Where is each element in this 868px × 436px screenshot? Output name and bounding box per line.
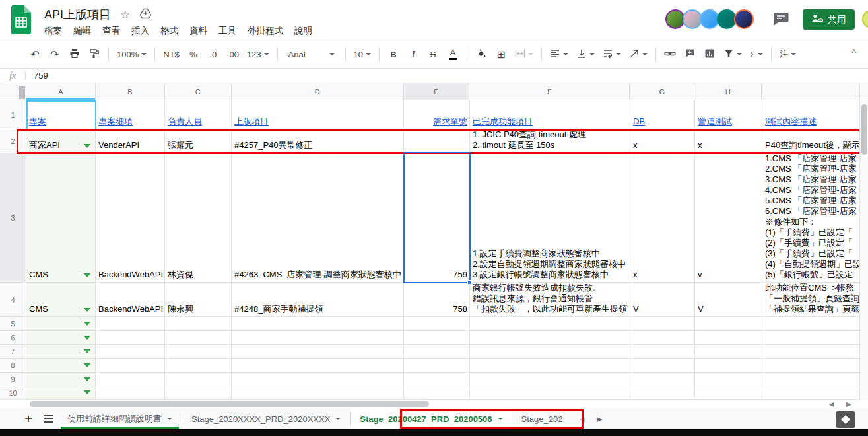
cell-D7[interactable] [232, 345, 404, 359]
cell-G9[interactable] [630, 373, 695, 386]
cell-I5[interactable] [762, 317, 859, 331]
sheet-tab-2[interactable]: Stage_20200427_PRD_20200506 [351, 408, 512, 429]
star-icon[interactable]: ☆ [120, 9, 130, 20]
menu-item-6[interactable]: 工具 [218, 25, 236, 37]
menu-item-1[interactable]: 編輯 [73, 25, 91, 37]
input-tools-button[interactable]: 注 [777, 45, 799, 63]
text-rotation-button[interactable] [626, 45, 650, 63]
row-header-4[interactable]: 4 [0, 283, 26, 317]
row-header-10[interactable]: 10 [0, 386, 26, 400]
menu-item-2[interactable]: 查看 [102, 25, 120, 37]
cell-E10[interactable] [404, 386, 470, 400]
cell-A9[interactable] [26, 373, 96, 386]
vertical-scrollbar-thumb[interactable] [861, 104, 867, 155]
all-sheets-button[interactable] [38, 408, 58, 429]
cell-B3[interactable]: BackendWebAPI [96, 153, 165, 283]
cell-dropdown-icon[interactable] [84, 390, 90, 394]
column-header-h[interactable]: H [694, 83, 762, 100]
cell-E4[interactable]: 758 [404, 283, 470, 317]
cell-B6[interactable] [96, 331, 165, 345]
scroll-left-icon[interactable]: ◀ [829, 400, 834, 408]
column-header-a[interactable]: A [26, 83, 96, 100]
row-header-3[interactable]: 3 [0, 153, 26, 283]
account-avatar[interactable] [862, 10, 868, 28]
font-select[interactable]: Arial [283, 45, 340, 63]
cell-F10[interactable] [470, 386, 630, 400]
document-title[interactable]: API上版項目 [44, 7, 111, 22]
cell-E2[interactable] [404, 129, 470, 153]
cell-I6[interactable] [762, 331, 859, 345]
cell-E6[interactable] [404, 331, 470, 345]
currency-format-button[interactable]: NT$ [160, 45, 182, 63]
cell-E9[interactable] [404, 373, 470, 386]
strikethrough-button[interactable]: S [424, 45, 442, 63]
next-sheets-icon[interactable]: ▶ [597, 415, 602, 423]
menu-item-7[interactable]: 外掛程式 [248, 25, 283, 37]
cell-A2[interactable]: 商家API [26, 129, 96, 153]
collaborator-5-avatar[interactable] [734, 9, 754, 29]
column-header-d[interactable]: D [232, 83, 404, 100]
cell-I2[interactable]: P40查詢timeout後，顯示 [762, 129, 859, 153]
row-header-9[interactable]: 9 [0, 373, 26, 386]
cell-I9[interactable] [762, 373, 859, 386]
horizontal-scrollbar[interactable]: ◀ ▶ [0, 400, 868, 408]
cell-D4[interactable]: #4248_商家手動補提領 [232, 283, 404, 317]
tab-menu-icon[interactable] [498, 418, 503, 420]
cell-A7[interactable] [26, 345, 96, 359]
cell-H3[interactable]: v [695, 153, 762, 283]
formula-bar[interactable]: fx 759 [0, 69, 868, 83]
cell-B4[interactable]: BackendWebAPI [96, 283, 165, 317]
fill-handle[interactable] [467, 280, 472, 285]
merge-cells-button[interactable] [512, 45, 536, 63]
cell-F3[interactable]: 1.設定手續費調整商家狀態審核中 2.設定自動提領週期調整商家狀態審核中 3.設… [470, 153, 630, 283]
formula-bar-value[interactable]: 759 [34, 71, 48, 81]
cell-G4[interactable]: V [630, 283, 695, 317]
comments-button[interactable] [772, 11, 789, 30]
cell-C8[interactable] [165, 359, 232, 373]
cell-I3[interactable]: 1.CMS 「店家管理-店家 2.CMS 「店家管理-店家 3.CMS 「店家管… [762, 153, 859, 283]
cell-G7[interactable] [630, 345, 695, 359]
fill-color-button[interactable] [473, 45, 490, 63]
horizontal-scrollbar-thumb[interactable] [30, 401, 429, 407]
zoom-select[interactable]: 100% [114, 45, 149, 63]
font-size-select[interactable]: 10 [351, 45, 374, 63]
cell-A6[interactable] [26, 331, 96, 345]
cell-H10[interactable] [695, 386, 762, 400]
cell-F2[interactable]: 1. JCIC P40查詢 timeout 處理 2. timout 延長至 1… [470, 129, 630, 153]
cell-D1[interactable]: 上版項目 [232, 100, 404, 129]
print-button[interactable] [66, 45, 83, 63]
row-header-8[interactable]: 8 [0, 359, 26, 373]
cell-E8[interactable] [404, 359, 470, 373]
vertical-align-button[interactable] [574, 45, 597, 63]
text-wrap-button[interactable] [600, 45, 624, 63]
cell-H4[interactable]: V [695, 283, 762, 317]
cell-C2[interactable]: 張耀元 [165, 129, 232, 153]
cell-H6[interactable] [695, 331, 762, 345]
row-header-5[interactable]: 5 [0, 317, 26, 331]
sheet-tab-1[interactable]: Stage_2020XXXX_PRD_2020XXXX [182, 408, 350, 429]
column-header-g[interactable]: G [630, 83, 694, 100]
cell-G3[interactable]: x [630, 153, 695, 283]
column-header-b[interactable]: B [96, 83, 165, 100]
cell-F8[interactable] [470, 359, 630, 373]
menu-item-3[interactable]: 插入 [131, 25, 149, 37]
cell-F1[interactable]: 已完成功能項目 [470, 100, 630, 129]
add-to-drive-icon[interactable] [139, 8, 152, 21]
cell-dropdown-icon[interactable] [84, 377, 90, 381]
cell-A3[interactable]: CMS [26, 153, 96, 283]
cell-C6[interactable] [165, 331, 232, 345]
share-button[interactable]: 共用 [803, 9, 855, 30]
cell-F5[interactable] [470, 317, 630, 331]
cell-D5[interactable] [232, 317, 404, 331]
cell-I1[interactable]: 測試內容描述 [762, 100, 859, 129]
cell-G5[interactable] [630, 317, 695, 331]
cell-B7[interactable] [96, 345, 165, 359]
row-header-7[interactable]: 7 [0, 345, 26, 359]
cell-D9[interactable] [232, 373, 404, 386]
cell-C9[interactable] [165, 373, 232, 386]
cell-D2[interactable]: #4257_P40異常修正 [232, 129, 404, 153]
cell-F4[interactable]: 商家銀行帳號失效造成扣款失敗。 錯誤訊息來源，銀行會通知帳管 「扣款失敗」，以此… [470, 283, 630, 317]
cell-E3[interactable]: 759 [404, 153, 470, 283]
cell-C7[interactable] [165, 345, 232, 359]
tab-menu-icon[interactable] [335, 418, 341, 420]
